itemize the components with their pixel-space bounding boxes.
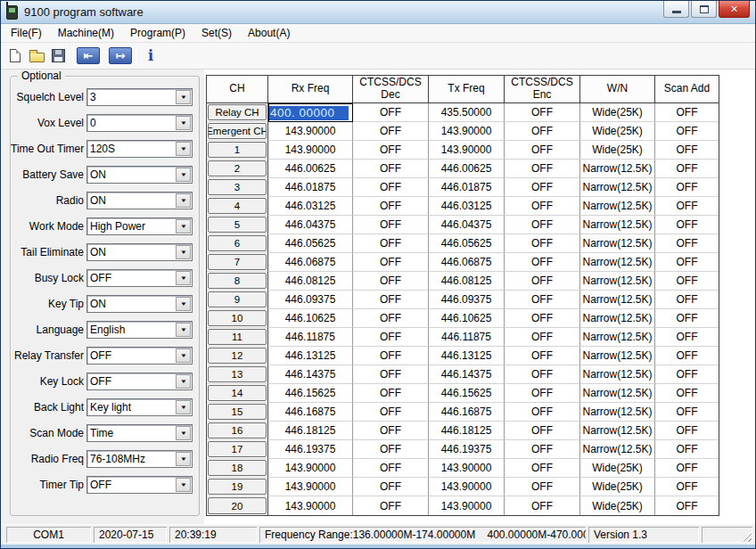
new-file-button[interactable] [4, 45, 26, 67]
tx-freq-cell[interactable]: 143.90000 [429, 496, 505, 515]
wn-cell[interactable]: Narrow(12.5K) [580, 309, 655, 328]
wn-cell[interactable]: Wide(25K) [580, 478, 655, 496]
wn-cell[interactable]: Narrow(12.5K) [580, 197, 655, 216]
option-combobox[interactable]: ON ▼ [86, 192, 193, 209]
rx-freq-cell[interactable]: 446.14375 [268, 365, 353, 384]
title-bar[interactable]: 9100 program software ✕ [1, 1, 755, 24]
channel-row-header[interactable]: 3 [207, 178, 268, 197]
ctcss-enc-cell[interactable]: OFF [505, 496, 580, 515]
ctcss-enc-cell[interactable]: OFF [505, 309, 580, 328]
channel-row-header[interactable]: 5 [207, 216, 268, 234]
ctcss-dec-cell[interactable]: OFF [353, 103, 429, 122]
scan-add-cell[interactable]: OFF [655, 160, 719, 178]
grid-column-header[interactable]: CH [207, 76, 268, 103]
scan-add-cell[interactable]: OFF [655, 459, 719, 478]
rx-freq-cell[interactable]: 400. 00000 [268, 103, 353, 122]
tx-freq-cell[interactable]: 446.03125 [429, 197, 505, 216]
ctcss-dec-cell[interactable]: OFF [353, 459, 429, 478]
scan-add-cell[interactable]: OFF [655, 422, 719, 440]
tx-freq-cell[interactable]: 446.04375 [429, 216, 505, 234]
tx-freq-cell[interactable]: 446.09375 [429, 291, 505, 309]
ctcss-enc-cell[interactable]: OFF [505, 141, 580, 160]
combobox-dropdown-button[interactable]: ▼ [176, 219, 191, 234]
option-combobox[interactable]: 3 ▼ [86, 88, 193, 106]
combobox-dropdown-button[interactable]: ▼ [176, 348, 191, 363]
ctcss-dec-cell[interactable]: OFF [353, 403, 429, 422]
menu-item[interactable]: File(F) [3, 25, 50, 41]
tx-freq-cell[interactable]: 143.90000 [429, 459, 505, 478]
ctcss-dec-cell[interactable]: OFF [353, 160, 429, 178]
tx-freq-cell[interactable]: 446.10625 [429, 309, 505, 328]
ctcss-dec-cell[interactable]: OFF [353, 272, 429, 291]
wn-cell[interactable]: Narrow(12.5K) [580, 160, 655, 178]
wn-cell[interactable]: Narrow(12.5K) [580, 272, 655, 291]
ctcss-enc-cell[interactable]: OFF [505, 160, 580, 178]
combobox-dropdown-button[interactable]: ▼ [176, 297, 191, 311]
grid-column-header[interactable]: Tx Freq [429, 76, 505, 103]
option-combobox[interactable]: 120S ▼ [86, 140, 193, 158]
menu-item[interactable]: Program(P) [122, 25, 193, 41]
rx-freq-cell[interactable]: 446.00625 [268, 160, 353, 178]
scan-add-cell[interactable]: OFF [655, 478, 719, 496]
channel-row-header[interactable]: 17 [207, 440, 268, 459]
ctcss-dec-cell[interactable]: OFF [353, 440, 429, 459]
close-button[interactable]: ✕ [719, 1, 750, 18]
ctcss-enc-cell[interactable]: OFF [505, 328, 580, 347]
wn-cell[interactable]: Wide(25K) [580, 122, 655, 141]
scan-add-cell[interactable]: OFF [655, 440, 719, 459]
tx-freq-cell[interactable]: 435.50000 [429, 103, 505, 122]
scan-add-cell[interactable]: OFF [655, 403, 719, 422]
ctcss-dec-cell[interactable]: OFF [353, 478, 429, 496]
option-combobox[interactable]: OFF ▼ [86, 476, 193, 494]
combobox-dropdown-button[interactable]: ▼ [176, 478, 191, 492]
ctcss-enc-cell[interactable]: OFF [505, 122, 580, 141]
grid-column-header[interactable]: Rx Freq [268, 76, 353, 103]
wn-cell[interactable]: Narrow(12.5K) [580, 347, 655, 365]
rx-freq-cell[interactable]: 446.13125 [268, 347, 353, 365]
channel-row-header[interactable]: 12 [207, 347, 268, 365]
ctcss-dec-cell[interactable]: OFF [353, 422, 429, 440]
channel-row-header[interactable]: 11 [207, 328, 268, 347]
combobox-dropdown-button[interactable]: ▼ [176, 374, 191, 389]
save-button[interactable] [47, 45, 69, 67]
scan-add-cell[interactable]: OFF [655, 253, 719, 272]
ctcss-enc-cell[interactable]: OFF [505, 216, 580, 234]
open-file-button[interactable] [26, 45, 47, 67]
ctcss-enc-cell[interactable]: OFF [505, 272, 580, 291]
tx-freq-cell[interactable]: 446.15625 [429, 384, 505, 403]
ctcss-enc-cell[interactable]: OFF [505, 384, 580, 403]
ctcss-enc-cell[interactable]: OFF [505, 234, 580, 253]
grid-column-header[interactable]: W/N [580, 76, 655, 103]
grid-column-header[interactable]: CTCSS/DCS Dec [353, 76, 429, 103]
option-combobox[interactable]: OFF ▼ [86, 269, 193, 287]
combobox-dropdown-button[interactable]: ▼ [176, 323, 191, 337]
menu-item[interactable]: Machine(M) [50, 25, 122, 41]
ctcss-dec-cell[interactable]: OFF [353, 291, 429, 309]
tx-freq-cell[interactable]: 446.11875 [429, 328, 505, 347]
tx-freq-cell[interactable]: 446.01875 [429, 178, 505, 197]
channel-row-header[interactable]: 4 [207, 197, 268, 216]
channel-row-header[interactable]: Relay CH [207, 103, 268, 122]
scan-add-cell[interactable]: OFF [655, 178, 719, 197]
tx-freq-cell[interactable]: 446.05625 [429, 234, 505, 253]
scan-add-cell[interactable]: OFF [655, 496, 719, 515]
rx-freq-cell[interactable]: 446.19375 [268, 440, 353, 459]
option-combobox[interactable]: 76-108MHz ▼ [86, 450, 193, 468]
scan-add-cell[interactable]: OFF [655, 309, 719, 328]
ctcss-enc-cell[interactable]: OFF [505, 253, 580, 272]
channel-row-header[interactable]: 18 [207, 459, 268, 478]
option-combobox[interactable]: English ▼ [86, 321, 193, 339]
tx-freq-cell[interactable]: 446.18125 [429, 422, 505, 440]
channel-row-header[interactable]: 19 [207, 478, 268, 496]
wn-cell[interactable]: Narrow(12.5K) [580, 234, 655, 253]
rx-freq-cell[interactable]: 446.08125 [268, 272, 353, 291]
tx-freq-cell[interactable]: 143.90000 [429, 141, 505, 160]
option-combobox[interactable]: High Power ▼ [86, 217, 193, 235]
channel-row-header[interactable]: 16 [207, 422, 268, 440]
tx-freq-cell[interactable]: 143.90000 [429, 122, 505, 141]
menu-item[interactable]: Set(S) [193, 25, 240, 41]
ctcss-dec-cell[interactable]: OFF [353, 347, 429, 365]
wn-cell[interactable]: Wide(25K) [580, 141, 655, 160]
ctcss-dec-cell[interactable]: OFF [353, 141, 429, 160]
channel-row-header[interactable]: 14 [207, 384, 268, 403]
